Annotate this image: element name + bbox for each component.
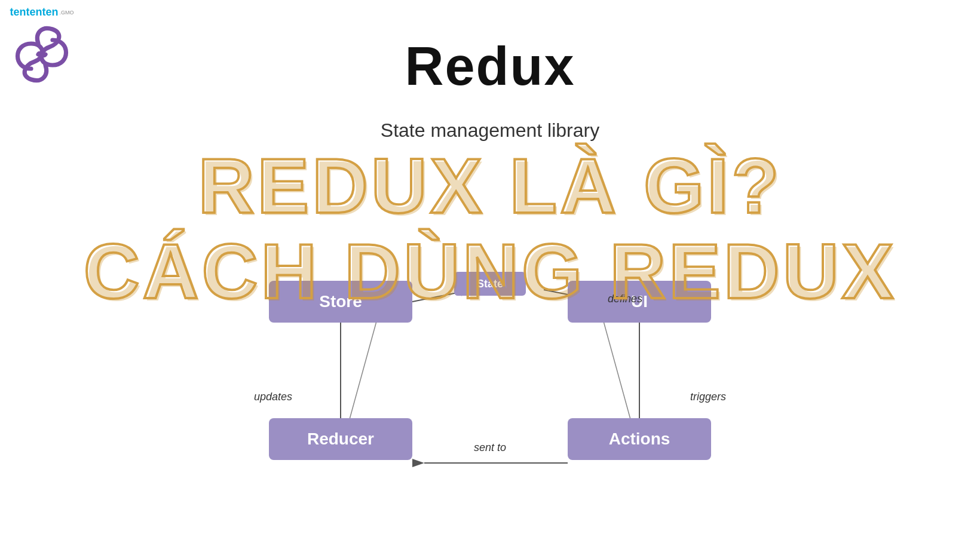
reducer-box: Reducer — [269, 418, 412, 460]
defines-label: defines — [608, 293, 642, 305]
actions-box: Actions — [568, 418, 711, 460]
updates-label: updates — [254, 391, 292, 403]
reducer-label: Reducer — [307, 430, 374, 449]
store-box: Store — [269, 281, 412, 323]
store-label: Store — [319, 292, 362, 311]
gmo-suffix: .GMO — [60, 10, 74, 16]
page-title: Redux — [405, 36, 575, 97]
redux-diagram: Store UI State Reducer Actions updates t… — [221, 269, 759, 508]
overlay-line1: REDUX LÀ GÌ? — [72, 143, 908, 229]
state-box: State — [454, 272, 526, 296]
sentto-label: sent to — [474, 441, 506, 454]
redux-swirl-icon — [6, 19, 78, 90]
brand-logo: tententen .GMO — [10, 6, 74, 19]
page-subtitle: State management library — [381, 119, 599, 142]
logo-area: tententen .GMO — [6, 6, 78, 90]
brand-name: tententen — [10, 6, 59, 19]
state-label: State — [477, 278, 503, 290]
triggers-label: triggers — [690, 391, 726, 403]
actions-label: Actions — [609, 430, 670, 449]
